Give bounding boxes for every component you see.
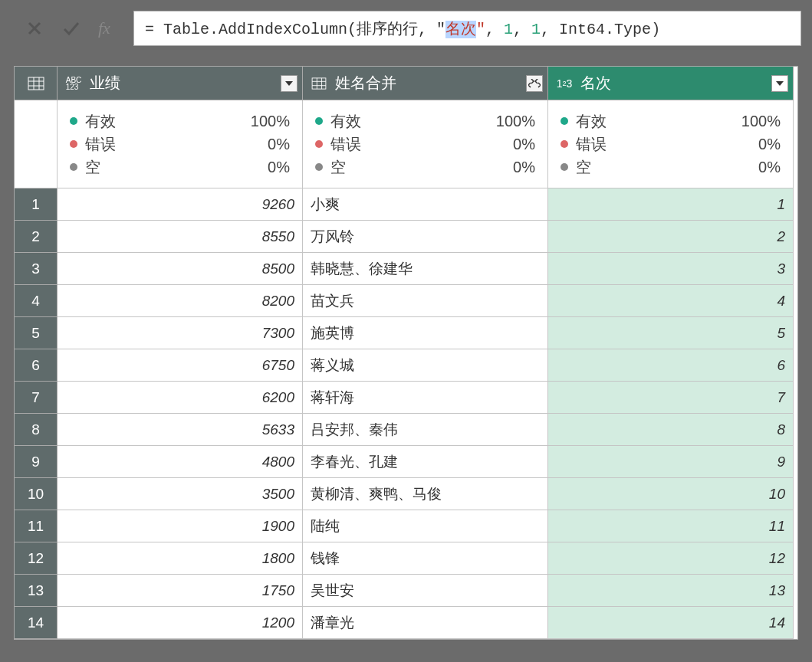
cell-xingming[interactable]: 陆纯 <box>303 510 548 542</box>
cell-yeji[interactable]: 1900 <box>58 510 303 542</box>
column-filter-button[interactable] <box>281 75 298 92</box>
column-header-mingci[interactable]: 123 名次 <box>548 67 794 100</box>
cell-yeji[interactable]: 3500 <box>58 478 303 510</box>
cell-mingci[interactable]: 9 <box>548 446 794 478</box>
cell-xingming[interactable]: 苗文兵 <box>303 285 548 317</box>
svg-rect-1 <box>312 77 326 88</box>
row-number[interactable]: 6 <box>15 349 58 382</box>
cell-mingci[interactable]: 1 <box>548 188 794 221</box>
expand-column-button[interactable] <box>526 75 543 92</box>
cell-yeji[interactable]: 6750 <box>58 349 303 382</box>
cell-yeji[interactable]: 4800 <box>58 446 303 478</box>
column-stats: 有效100% 错误0% 空0% <box>548 100 794 188</box>
stat-valid-pct: 100% <box>741 110 781 133</box>
datatype-table-icon <box>309 75 329 92</box>
column-name: 业绩 <box>90 73 275 93</box>
cell-xingming[interactable]: 吴世安 <box>303 575 548 607</box>
cell-yeji[interactable]: 1750 <box>58 575 303 607</box>
empty-dot-icon <box>315 163 323 171</box>
row-number[interactable]: 11 <box>15 510 58 542</box>
cell-xingming[interactable]: 韩晓慧、徐建华 <box>303 253 548 285</box>
cell-mingci[interactable]: 13 <box>548 575 794 607</box>
cell-yeji[interactable]: 8200 <box>58 285 303 317</box>
cell-yeji[interactable]: 8550 <box>58 221 303 253</box>
cell-xingming[interactable]: 李春光、孔建 <box>303 446 548 478</box>
confirm-button[interactable] <box>61 18 81 38</box>
cell-xingming[interactable]: 钱锋 <box>303 542 548 575</box>
stat-error-pct: 0% <box>268 133 290 156</box>
datatype-any-icon: ABC123 <box>64 75 84 92</box>
cell-mingci[interactable]: 5 <box>548 317 794 349</box>
column-stats: 有效100% 错误0% 空0% <box>303 100 548 188</box>
cell-xingming[interactable]: 小爽 <box>303 188 548 221</box>
cell-xingming[interactable]: 万风铃 <box>303 221 548 253</box>
stat-error-label: 错误 <box>330 133 361 156</box>
empty-dot-icon <box>70 163 77 171</box>
table-corner-menu[interactable] <box>15 67 58 100</box>
column-filter-button[interactable] <box>771 75 788 92</box>
cell-xingming[interactable]: 吕安邦、秦伟 <box>303 414 548 446</box>
cell-xingming[interactable]: 潘章光 <box>303 607 548 639</box>
valid-dot-icon <box>70 117 77 125</box>
column-name: 姓名合并 <box>335 73 520 93</box>
row-number[interactable]: 10 <box>15 478 58 510</box>
error-dot-icon <box>315 140 323 148</box>
cell-mingci[interactable]: 12 <box>548 542 794 575</box>
cell-yeji[interactable]: 6200 <box>58 382 303 414</box>
column-header-xingming[interactable]: 姓名合并 <box>303 67 548 100</box>
cell-yeji[interactable]: 1200 <box>58 607 303 639</box>
stat-empty-label: 空 <box>85 156 100 179</box>
cell-mingci[interactable]: 4 <box>548 285 794 317</box>
valid-dot-icon <box>315 117 323 125</box>
row-number[interactable]: 7 <box>15 382 58 414</box>
stat-error-pct: 0% <box>513 133 535 156</box>
formula-bar: fx = Table.AddIndexColumn(排序的行, "名次", 1,… <box>11 11 801 46</box>
formula-input[interactable]: = Table.AddIndexColumn(排序的行, "名次", 1, 1,… <box>133 11 801 46</box>
row-number[interactable]: 2 <box>15 221 58 253</box>
datatype-int-icon: 123 <box>554 75 574 92</box>
column-name: 名次 <box>580 73 765 93</box>
row-number[interactable]: 8 <box>15 414 58 446</box>
row-number[interactable]: 3 <box>15 253 58 285</box>
cell-mingci[interactable]: 10 <box>548 478 794 510</box>
stat-valid-pct: 100% <box>251 110 290 133</box>
cell-yeji[interactable]: 1800 <box>58 542 303 575</box>
error-dot-icon <box>561 140 568 148</box>
column-stats: 有效100% 错误0% 空0% <box>58 100 303 188</box>
cell-yeji[interactable]: 8500 <box>58 253 303 285</box>
stat-valid-label: 有效 <box>85 110 116 133</box>
cell-xingming[interactable]: 黄柳清、爽鸭、马俊 <box>303 478 548 510</box>
row-number[interactable]: 1 <box>15 188 58 221</box>
cell-yeji[interactable]: 7300 <box>58 317 303 349</box>
stat-empty-label: 空 <box>576 156 591 179</box>
row-number[interactable]: 14 <box>15 607 58 639</box>
cell-xingming[interactable]: 蒋义城 <box>303 349 548 382</box>
row-number[interactable]: 9 <box>15 446 58 478</box>
stat-error-pct: 0% <box>758 133 781 156</box>
cancel-button[interactable] <box>25 18 44 38</box>
stat-error-label: 错误 <box>576 133 607 156</box>
cell-mingci[interactable]: 6 <box>548 349 794 382</box>
stat-empty-pct: 0% <box>758 156 781 179</box>
cell-xingming[interactable]: 施英博 <box>303 317 548 349</box>
cell-yeji[interactable]: 5633 <box>58 414 303 446</box>
row-number[interactable]: 4 <box>15 285 58 317</box>
cell-mingci[interactable]: 2 <box>548 221 794 253</box>
cell-mingci[interactable]: 11 <box>548 510 794 542</box>
column-header-yeji[interactable]: ABC123 业绩 <box>58 67 303 100</box>
row-number[interactable]: 13 <box>15 575 58 607</box>
cell-mingci[interactable]: 8 <box>548 414 794 446</box>
row-number[interactable]: 5 <box>15 317 58 349</box>
valid-dot-icon <box>561 117 568 125</box>
row-number[interactable]: 12 <box>15 542 58 575</box>
cell-mingci[interactable]: 14 <box>548 607 794 639</box>
svg-rect-0 <box>28 77 44 90</box>
stat-empty-pct: 0% <box>513 156 535 179</box>
cell-mingci[interactable]: 3 <box>548 253 794 285</box>
stats-corner <box>15 100 58 188</box>
cell-yeji[interactable]: 9260 <box>58 188 303 221</box>
fx-icon: fx <box>98 18 110 38</box>
stat-error-label: 错误 <box>85 133 116 156</box>
cell-xingming[interactable]: 蒋轩海 <box>303 382 548 414</box>
cell-mingci[interactable]: 7 <box>548 382 794 414</box>
